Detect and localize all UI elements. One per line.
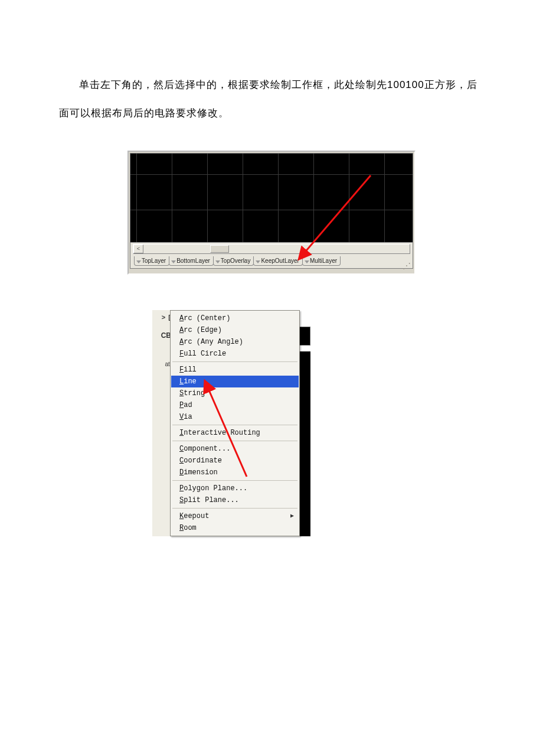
layer-tab-bar: TopLayer BottomLayer TopOverlay KeepOutL… <box>130 255 413 266</box>
layer-tab-keepoutlayer[interactable]: KeepOutLayer <box>253 256 303 266</box>
menu-separator <box>172 361 297 362</box>
menu-item-fill[interactable]: Fill <box>171 364 299 376</box>
menu-item-via[interactable]: Via <box>171 411 299 423</box>
layer-tab-multilayer[interactable]: MultiLayer <box>302 256 341 266</box>
menu-item-arc-any-angle[interactable]: Arc (Any Angle) <box>171 336 299 348</box>
menu-item-pad[interactable]: Pad <box>171 399 299 411</box>
scroll-thumb[interactable] <box>210 245 229 253</box>
menu-item-interactive-routing[interactable]: Interactive Routing <box>171 427 299 439</box>
menu-separator <box>172 480 297 481</box>
layer-tabs-screenshot: < TopLayer BottomLayer TopOverlay KeepOu… <box>127 151 416 275</box>
dark-bg-fragment <box>299 327 310 346</box>
pcb-grid-area <box>130 154 413 243</box>
menu-item-string[interactable]: String <box>171 387 299 399</box>
menu-item-component[interactable]: Component... <box>171 443 299 455</box>
menu-item-room[interactable]: Room <box>171 522 299 534</box>
menu-item-keepout[interactable]: Keepout <box>171 510 299 522</box>
scroll-left-arrow[interactable]: < <box>133 245 143 253</box>
menu-separator <box>172 508 297 509</box>
menu-item-arc-center[interactable]: Arc (Center) <box>171 312 299 324</box>
place-menu-screenshot: > [ CB ati Arc (Center)Arc (Edge)Arc (An… <box>170 310 300 536</box>
menu-separator <box>172 441 297 441</box>
instruction-paragraph: 单击左下角的，然后选择中的，根据要求绘制工作框，此处绘制先100100正方形，后… <box>59 71 484 127</box>
menu-item-arc-edge[interactable]: Arc (Edge) <box>171 324 299 336</box>
menu-item-polygon-plane[interactable]: Polygon Plane... <box>171 483 299 494</box>
menu-separator <box>172 425 297 425</box>
horizontal-scrollbar[interactable]: < <box>133 244 410 254</box>
layer-tab-bottomlayer[interactable]: BottomLayer <box>169 256 214 266</box>
menu-item-full-circle[interactable]: Full Circle <box>171 348 299 360</box>
menu-item-split-plane[interactable]: Split Plane... <box>171 494 299 506</box>
dark-bg-fragment-2 <box>300 351 310 536</box>
layer-tab-toplayer[interactable]: TopLayer <box>134 256 169 266</box>
resize-grip-icon: ⋰ <box>403 262 411 270</box>
menu-item-coordinate[interactable]: Coordinate <box>171 455 299 467</box>
menu-item-line[interactable]: Line <box>171 376 299 387</box>
context-menu: Arc (Center)Arc (Edge)Arc (Any Angle)Ful… <box>170 310 300 536</box>
layer-tab-topoverlay[interactable]: TopOverlay <box>213 256 254 266</box>
menu-item-dimension[interactable]: Dimension <box>171 467 299 478</box>
